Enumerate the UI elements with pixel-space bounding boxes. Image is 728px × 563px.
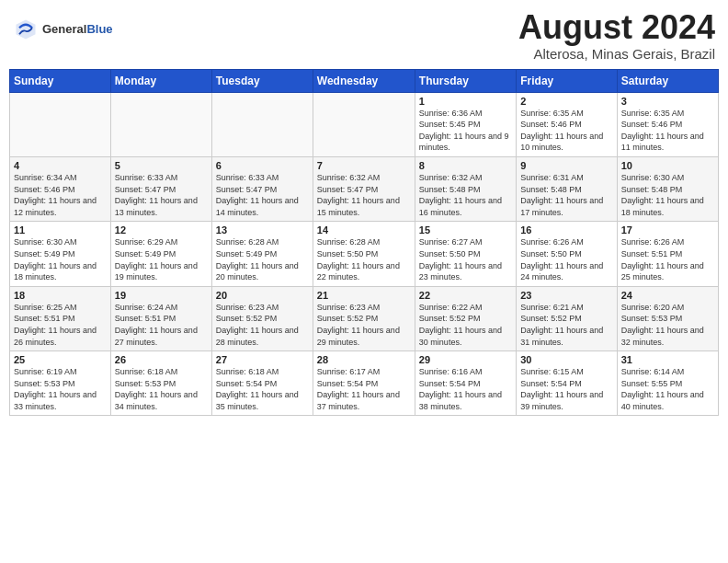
calendar-cell: 14Sunrise: 6:28 AM Sunset: 5:50 PM Dayli… [313, 222, 415, 286]
calendar-cell: 25Sunrise: 6:19 AM Sunset: 5:53 PM Dayli… [10, 351, 111, 416]
header-thursday: Thursday [415, 69, 516, 92]
logo-icon [13, 17, 39, 42]
day-info: Sunrise: 6:16 AM Sunset: 5:54 PM Dayligh… [419, 366, 512, 412]
header-monday: Monday [110, 69, 211, 92]
day-info: Sunrise: 6:22 AM Sunset: 5:52 PM Dayligh… [419, 302, 512, 348]
calendar-cell: 11Sunrise: 6:30 AM Sunset: 5:49 PM Dayli… [10, 222, 111, 286]
day-number: 20 [216, 290, 309, 301]
day-number: 31 [621, 354, 714, 365]
day-number: 3 [621, 96, 714, 107]
day-info: Sunrise: 6:33 AM Sunset: 5:47 PM Dayligh… [115, 172, 208, 218]
calendar-cell: 2Sunrise: 6:35 AM Sunset: 5:46 PM Daylig… [517, 92, 617, 156]
day-number: 8 [419, 160, 512, 171]
calendar-cell: 3Sunrise: 6:35 AM Sunset: 5:46 PM Daylig… [617, 92, 718, 156]
day-number: 14 [317, 224, 411, 236]
day-number: 22 [419, 290, 512, 301]
day-number: 17 [621, 224, 714, 236]
calendar-cell: 15Sunrise: 6:27 AM Sunset: 5:50 PM Dayli… [415, 222, 516, 286]
day-number: 28 [317, 354, 411, 365]
calendar-week-5: 25Sunrise: 6:19 AM Sunset: 5:53 PM Dayli… [10, 351, 719, 416]
calendar-cell: 21Sunrise: 6:23 AM Sunset: 5:52 PM Dayli… [313, 286, 415, 350]
day-info: Sunrise: 6:24 AM Sunset: 5:51 PM Dayligh… [115, 302, 208, 348]
calendar-cell: 6Sunrise: 6:33 AM Sunset: 5:47 PM Daylig… [211, 156, 313, 221]
calendar-cell: 20Sunrise: 6:23 AM Sunset: 5:52 PM Dayli… [211, 286, 313, 350]
calendar-cell: 7Sunrise: 6:32 AM Sunset: 5:47 PM Daylig… [313, 156, 415, 221]
day-info: Sunrise: 6:35 AM Sunset: 5:46 PM Dayligh… [520, 108, 612, 154]
logo-general: General [42, 22, 86, 36]
day-info: Sunrise: 6:33 AM Sunset: 5:47 PM Dayligh… [216, 172, 309, 218]
calendar-cell: 19Sunrise: 6:24 AM Sunset: 5:51 PM Dayli… [110, 286, 211, 350]
day-number: 2 [520, 96, 612, 107]
calendar-cell: 13Sunrise: 6:28 AM Sunset: 5:49 PM Dayli… [211, 222, 313, 286]
calendar-week-3: 11Sunrise: 6:30 AM Sunset: 5:49 PM Dayli… [10, 222, 719, 286]
day-info: Sunrise: 6:17 AM Sunset: 5:54 PM Dayligh… [317, 366, 411, 412]
day-info: Sunrise: 6:31 AM Sunset: 5:48 PM Dayligh… [520, 172, 612, 218]
day-number: 11 [14, 224, 107, 236]
calendar-cell: 8Sunrise: 6:32 AM Sunset: 5:48 PM Daylig… [415, 156, 516, 221]
calendar-cell: 22Sunrise: 6:22 AM Sunset: 5:52 PM Dayli… [415, 286, 516, 350]
day-info: Sunrise: 6:36 AM Sunset: 5:45 PM Dayligh… [419, 108, 512, 154]
day-info: Sunrise: 6:15 AM Sunset: 5:54 PM Dayligh… [520, 366, 612, 412]
day-number: 24 [621, 290, 714, 301]
logo-text: GeneralBlue [42, 22, 113, 37]
calendar-cell: 30Sunrise: 6:15 AM Sunset: 5:54 PM Dayli… [517, 351, 617, 416]
location: Alterosa, Minas Gerais, Brazil [518, 46, 715, 62]
calendar-cell [211, 92, 313, 156]
calendar-cell [10, 92, 111, 156]
calendar-cell: 29Sunrise: 6:16 AM Sunset: 5:54 PM Dayli… [415, 351, 516, 416]
calendar-cell: 26Sunrise: 6:18 AM Sunset: 5:53 PM Dayli… [110, 351, 211, 416]
calendar-cell: 1Sunrise: 6:36 AM Sunset: 5:45 PM Daylig… [415, 92, 516, 156]
day-info: Sunrise: 6:29 AM Sunset: 5:49 PM Dayligh… [115, 236, 208, 282]
logo: GeneralBlue [13, 17, 113, 42]
day-number: 29 [419, 354, 512, 365]
day-number: 12 [115, 224, 208, 236]
header-wednesday: Wednesday [313, 69, 415, 92]
day-number: 21 [317, 290, 411, 301]
calendar-cell: 10Sunrise: 6:30 AM Sunset: 5:48 PM Dayli… [617, 156, 718, 221]
day-info: Sunrise: 6:23 AM Sunset: 5:52 PM Dayligh… [317, 302, 411, 348]
calendar-cell [110, 92, 211, 156]
day-info: Sunrise: 6:18 AM Sunset: 5:53 PM Dayligh… [115, 366, 208, 412]
day-number: 25 [14, 354, 107, 365]
calendar-week-2: 4Sunrise: 6:34 AM Sunset: 5:46 PM Daylig… [10, 156, 719, 221]
calendar-cell: 4Sunrise: 6:34 AM Sunset: 5:46 PM Daylig… [10, 156, 111, 221]
day-number: 18 [14, 290, 107, 301]
day-info: Sunrise: 6:26 AM Sunset: 5:51 PM Dayligh… [621, 236, 714, 282]
day-number: 27 [216, 354, 309, 365]
page-header: GeneralBlue August 2024 Alterosa, Minas … [9, 9, 719, 62]
header-sunday: Sunday [10, 69, 111, 92]
calendar-cell: 18Sunrise: 6:25 AM Sunset: 5:51 PM Dayli… [10, 286, 111, 350]
calendar-cell: 23Sunrise: 6:21 AM Sunset: 5:52 PM Dayli… [517, 286, 617, 350]
day-info: Sunrise: 6:30 AM Sunset: 5:48 PM Dayligh… [621, 172, 714, 218]
day-number: 23 [520, 290, 612, 301]
header-saturday: Saturday [617, 69, 718, 92]
day-info: Sunrise: 6:14 AM Sunset: 5:55 PM Dayligh… [621, 366, 714, 412]
header-friday: Friday [517, 69, 617, 92]
day-info: Sunrise: 6:34 AM Sunset: 5:46 PM Dayligh… [14, 172, 107, 218]
calendar-week-1: 1Sunrise: 6:36 AM Sunset: 5:45 PM Daylig… [10, 92, 719, 156]
day-info: Sunrise: 6:28 AM Sunset: 5:50 PM Dayligh… [317, 236, 411, 282]
day-number: 4 [14, 160, 107, 171]
day-info: Sunrise: 6:20 AM Sunset: 5:53 PM Dayligh… [621, 302, 714, 348]
calendar-week-4: 18Sunrise: 6:25 AM Sunset: 5:51 PM Dayli… [10, 286, 719, 350]
logo-blue: Blue [86, 22, 112, 36]
calendar-table: SundayMondayTuesdayWednesdayThursdayFrid… [9, 69, 719, 417]
title-block: August 2024 Alterosa, Minas Gerais, Braz… [518, 9, 715, 62]
day-number: 7 [317, 160, 411, 171]
day-info: Sunrise: 6:18 AM Sunset: 5:54 PM Dayligh… [216, 366, 309, 412]
calendar-cell: 5Sunrise: 6:33 AM Sunset: 5:47 PM Daylig… [110, 156, 211, 221]
day-info: Sunrise: 6:35 AM Sunset: 5:46 PM Dayligh… [621, 108, 714, 154]
calendar-cell: 12Sunrise: 6:29 AM Sunset: 5:49 PM Dayli… [110, 222, 211, 286]
day-number: 30 [520, 354, 612, 365]
day-number: 15 [419, 224, 512, 236]
calendar-cell: 24Sunrise: 6:20 AM Sunset: 5:53 PM Dayli… [617, 286, 718, 350]
calendar-cell: 16Sunrise: 6:26 AM Sunset: 5:50 PM Dayli… [517, 222, 617, 286]
day-info: Sunrise: 6:19 AM Sunset: 5:53 PM Dayligh… [14, 366, 107, 412]
header-tuesday: Tuesday [211, 69, 313, 92]
day-number: 5 [115, 160, 208, 171]
month-year: August 2024 [518, 9, 715, 46]
day-number: 10 [621, 160, 714, 171]
day-number: 9 [520, 160, 612, 171]
day-info: Sunrise: 6:25 AM Sunset: 5:51 PM Dayligh… [14, 302, 107, 348]
calendar-cell: 9Sunrise: 6:31 AM Sunset: 5:48 PM Daylig… [517, 156, 617, 221]
